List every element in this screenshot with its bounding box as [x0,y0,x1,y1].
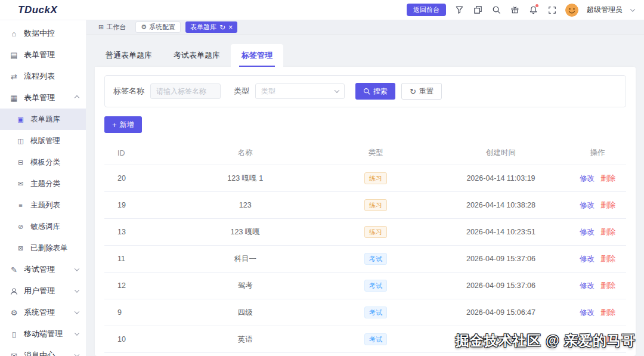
cell-id: 20 [104,165,172,192]
column-header-created: 创建时间 [433,141,569,165]
sidebar-item-label: 模版管理 [30,136,60,146]
cell-name: 驾考 [172,273,318,299]
sidebar-item-template-management[interactable]: ◫ 模版管理 [0,130,86,151]
sidebar-item-deleted-forms[interactable]: ⊠ 已删除表单 [0,237,86,259]
delete-link[interactable]: 删除 [600,228,615,236]
sidebar-group-exam-management[interactable]: ✎ 考试管理 [0,259,86,280]
type-select[interactable]: 类型 [255,83,345,99]
sidebar: ⌂ 数据中控 ▤ 表单管理 ⇄ 流程列表 ▦ 表单管理 ▣ 表单题库 ◫ 模版管… [0,20,86,356]
cell-type: 考试 [318,353,434,356]
sidebar-item-template-category[interactable]: ⊟ 模板分类 [0,151,86,173]
nav-tab-system-config[interactable]: ⚙ 系统配置 [135,21,181,33]
layers-icon[interactable] [473,5,483,15]
main-area: ⊞ 工作台 ⚙ 系统配置 表单题库 ↻ × 普通表单题库 考试表单题库 标签管理 [86,20,644,356]
table-row: 8 123123 考试 2026-04-02 11:26:19 修改删除 [104,353,626,356]
chevron-down-icon [75,352,79,356]
column-header-name: 名称 [172,141,318,165]
sidebar-item-process-list[interactable]: ⇄ 流程列表 [0,66,86,87]
edit-link[interactable]: 修改 [580,308,595,317]
workbench-icon: ⊞ [98,24,104,30]
sidebar-item-label: 数据中控 [24,28,55,39]
table-row: 11 科目一 考试 2026-04-09 15:37:06 修改删除 [104,246,626,273]
tab-exam-form-bank[interactable]: 考试表单题库 [163,44,231,67]
form-icon: ▤ [10,51,18,60]
username[interactable]: 超级管理员 [587,5,623,15]
cell-type: 练习 [318,165,434,192]
tag-name-input[interactable] [150,83,221,99]
brand-logo[interactable]: TDuckX [18,4,57,16]
user-icon [10,287,18,295]
cell-actions: 修改删除 [569,273,626,299]
sidebar-item-data-control[interactable]: ⌂ 数据中控 [0,23,86,44]
nav-tab-form-bank[interactable]: 表单题库 ↻ × [185,21,237,33]
sidebar-item-label: 敏感词库 [30,222,60,232]
sidebar-group-user-management[interactable]: 用户管理 [0,280,86,302]
edit-link[interactable]: 修改 [580,228,595,236]
nav-tab-workbench[interactable]: ⊞ 工作台 [94,21,131,33]
cell-created: 2026-04-14 10:23:51 [433,219,569,246]
type-tag: 考试 [364,280,387,292]
sidebar-item-label: 表单管理 [24,49,55,60]
sidebar-item-form-management[interactable]: ▤ 表单管理 [0,44,86,66]
cell-name: 123123 [172,353,318,356]
avatar[interactable] [565,4,578,17]
cell-id: 12 [104,273,172,299]
sidebar-group-message-center[interactable]: ✉ 消息中心 [0,345,86,356]
add-button[interactable]: + 新增 [104,116,142,133]
sidebar-item-label: 模板分类 [30,157,60,168]
sidebar-item-theme-category[interactable]: ✉ 主题分类 [0,173,86,194]
sidebar-item-theme-list[interactable]: ≡ 主题列表 [0,194,86,216]
sidebar-item-sensitive-words[interactable]: ⊘ 敏感词库 [0,216,86,237]
edit-link[interactable]: 修改 [580,174,595,182]
category-icon: ⊟ [16,159,25,166]
close-icon[interactable]: × [228,24,233,31]
cell-id: 19 [104,192,172,219]
cell-created: 2026-04-09 15:37:06 [433,246,569,273]
search-icon [363,88,370,95]
filter-bar: 标签名称 类型 类型 搜索 ↻ 重置 [104,75,626,107]
sidebar-item-form-question-bank[interactable]: ▣ 表单题库 [0,109,86,130]
delete-link[interactable]: 删除 [600,308,615,317]
edit-link[interactable]: 修改 [580,201,595,209]
notification-bell-icon[interactable] [528,5,538,15]
gift-icon[interactable] [510,5,520,15]
edit-link[interactable]: 修改 [580,335,595,343]
chevron-down-icon[interactable] [630,7,635,11]
edit-link[interactable]: 修改 [580,281,595,290]
delete-link[interactable]: 删除 [600,281,615,290]
delete-link[interactable]: 删除 [600,335,615,343]
cell-type: 练习 [318,192,434,219]
cell-actions: 修改删除 [569,219,626,246]
cell-created: 2026-04-02 11:26:19 [433,353,569,356]
refresh-icon[interactable]: ↻ [219,24,225,31]
ban-icon: ⊘ [16,223,25,231]
page-content: 普通表单题库 考试表单题库 标签管理 标签名称 类型 类型 搜索 [86,35,644,356]
sidebar-group-system-management[interactable]: ⚙ 系统管理 [0,302,86,323]
tag-name-label: 标签名称 [113,86,144,97]
cell-type: 练习 [318,219,434,246]
fullscreen-icon[interactable] [547,5,557,15]
delete-link[interactable]: 删除 [600,201,615,209]
sidebar-group-form-management[interactable]: ▦ 表单管理 [0,87,86,109]
reset-button[interactable]: ↻ 重置 [401,83,442,100]
search-button[interactable]: 搜索 [355,83,395,100]
chevron-down-icon [75,330,79,335]
cell-id: 9 [104,299,172,326]
table-row: 9 四级 考试 2026-04-09 15:06:47 修改删除 [104,299,626,326]
back-to-front-button[interactable]: 返回前台 [407,4,446,16]
card-tabs: 普通表单题库 考试表单题库 标签管理 [95,44,636,67]
notification-dot [535,4,538,7]
cell-actions: 修改删除 [569,165,626,192]
grid-icon: ▦ [10,94,18,103]
filter-icon[interactable] [454,5,465,15]
tab-normal-form-bank[interactable]: 普通表单题库 [95,44,163,67]
search-icon[interactable] [491,5,501,15]
list-icon: ≡ [16,202,25,209]
delete-link[interactable]: 删除 [600,174,615,182]
chevron-up-icon [75,95,79,100]
delete-link[interactable]: 删除 [600,255,615,263]
tab-tag-management[interactable]: 标签管理 [231,44,283,67]
edit-link[interactable]: 修改 [580,255,595,263]
sidebar-group-mobile-management[interactable]: ▯ 移动端管理 [0,323,86,345]
table-row: 10 英语 考试 2026-04-09 15:06:47 修改删除 [104,326,626,353]
